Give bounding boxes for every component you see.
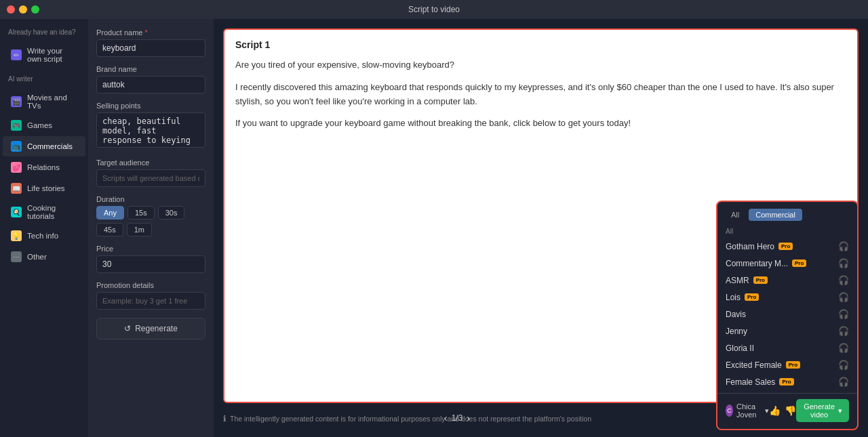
sidebar-item-tech-info[interactable]: 💡 Tech info <box>3 226 85 246</box>
thumbup-icon[interactable]: 👍 <box>769 405 781 416</box>
sidebar-item-other[interactable]: ⋯ Other <box>3 247 85 267</box>
script-para-2: I recently discovered this amazing keybo… <box>235 81 846 109</box>
prev-page-button[interactable]: ‹ <box>444 413 448 423</box>
voice-item-gotham-hero[interactable]: Gotham Hero Pro 🎧 <box>717 238 857 255</box>
movies-tvs-label: Movies and TVs <box>27 93 77 110</box>
voice-item-davis[interactable]: Davis 🎧 <box>717 306 857 322</box>
script-text[interactable]: Are you tired of your expensive, slow-mo… <box>235 58 846 131</box>
voice-name-gotham: Gotham Hero <box>726 242 774 251</box>
product-name-label: Product name * <box>96 28 205 37</box>
duration-any[interactable]: Any <box>96 206 124 220</box>
regen-label: Regenerate <box>135 324 178 333</box>
headphone-icon[interactable]: 🎧 <box>838 326 849 336</box>
maximize-button[interactable] <box>31 5 39 14</box>
form-panel: Product name * Brand name Selling points… <box>88 19 214 437</box>
script-para-3: If you want to upgrade your keyboard gam… <box>235 117 846 131</box>
tech-info-label: Tech info <box>27 232 58 240</box>
sidebar-item-write-own[interactable]: ✏ Write your own script <box>3 42 85 68</box>
cooking-label: Cooking tutorials <box>27 204 77 220</box>
price-label: Price <box>96 245 205 253</box>
duration-label: Duration <box>96 195 205 203</box>
window-title: Script to video <box>408 5 460 14</box>
pro-badge: Pro <box>778 243 793 250</box>
promotion-label: Promotion details <box>96 281 205 289</box>
next-page-button[interactable]: › <box>467 413 470 423</box>
titlebar: Script to video <box>0 0 868 19</box>
headphone-icon[interactable]: 🎧 <box>838 309 849 319</box>
selected-voice-label: Chica Joven <box>736 402 762 419</box>
page-current: 1/3 <box>452 413 463 423</box>
write-own-label: Write your own script <box>27 47 77 63</box>
duration-30s[interactable]: 30s <box>158 206 185 220</box>
voice-item-female-sales[interactable]: Female Sales Pro 🎧 <box>717 373 857 390</box>
duration-45s[interactable]: 45s <box>96 223 123 236</box>
price-input[interactable] <box>96 255 205 273</box>
movies-icon: 🎬 <box>11 96 22 107</box>
promotion-input[interactable] <box>96 292 205 310</box>
sidebar-item-cooking[interactable]: 🍳 Cooking tutorials <box>3 199 85 225</box>
other-icon: ⋯ <box>11 251 22 262</box>
pro-badge: Pro <box>786 361 800 369</box>
promotion-group: Promotion details <box>96 281 205 310</box>
regenerate-button[interactable]: ↺ Regenerate <box>96 318 205 339</box>
voice-name-davis: Davis <box>726 310 746 319</box>
price-group: Price <box>96 245 205 273</box>
selling-points-label: Selling points <box>96 102 205 110</box>
sidebar-item-games[interactable]: 🎮 Games <box>3 115 85 136</box>
sidebar-item-life-stories[interactable]: 📖 Life stories <box>3 178 85 199</box>
pagination: ‹ 1/3 › <box>444 413 470 423</box>
duration-15s[interactable]: 15s <box>127 206 155 220</box>
commercials-label: Commercials <box>27 142 73 150</box>
voice-item-commentary[interactable]: Commentary M... Pro 🎧 <box>717 255 857 272</box>
duration-group: Duration Any 15s 30s 45s 1m <box>96 195 205 236</box>
minimize-button[interactable] <box>19 5 27 14</box>
voice-item-lois[interactable]: Lois Pro 🎧 <box>717 289 857 306</box>
selling-points-input[interactable]: cheap, beautiful model, fast response to… <box>96 112 205 148</box>
target-audience-input[interactable] <box>96 169 205 187</box>
brand-name-input[interactable] <box>96 76 205 93</box>
sidebar-item-relations[interactable]: 💕 Relations <box>3 157 85 178</box>
script-para-1: Are you tired of your expensive, slow-mo… <box>235 58 846 72</box>
brand-name-group: Brand name <box>96 65 205 93</box>
voice-name-gloria: Gloria II <box>726 344 754 353</box>
headphone-icon[interactable]: 🎧 <box>838 360 849 370</box>
main-content: Script 1 Are you tired of your expensive… <box>214 19 868 437</box>
voice-name-lois: Lois <box>726 293 741 302</box>
voice-tab-all[interactable]: All <box>724 209 746 221</box>
voice-item-jenny[interactable]: Jenny 🎧 <box>717 322 857 339</box>
product-name-input[interactable] <box>96 39 205 57</box>
headphone-icon[interactable]: 🎧 <box>838 292 849 302</box>
headphone-icon[interactable]: 🎧 <box>838 343 849 353</box>
voice-item-asmr[interactable]: ASMR Pro 🎧 <box>717 272 857 289</box>
commercials-icon: 📺 <box>11 141 22 152</box>
thumbdown-icon[interactable]: 👎 <box>785 405 796 416</box>
voice-tab-commercial[interactable]: Commercial <box>749 209 802 221</box>
duration-1m[interactable]: 1m <box>127 223 152 236</box>
generate-video-button[interactable]: Generate video ▾ <box>796 399 849 422</box>
games-icon: 🎮 <box>11 120 22 131</box>
feedback-icons: 👍 👎 <box>769 405 796 416</box>
voice-selector[interactable]: C Chica Joven ▾ <box>726 402 769 419</box>
required-marker: * <box>144 28 147 37</box>
close-button[interactable] <box>7 5 15 14</box>
sidebar-item-commercials[interactable]: 📺 Commercials <box>3 136 85 157</box>
script-title: Script 1 <box>235 39 846 50</box>
life-stories-label: Life stories <box>27 184 65 192</box>
voice-section-label: All <box>717 226 857 238</box>
info-icon: ℹ <box>223 414 226 423</box>
headphone-icon[interactable]: 🎧 <box>838 275 849 285</box>
headphone-icon[interactable]: 🎧 <box>838 241 849 251</box>
chevron-down-icon: ▾ <box>838 407 842 415</box>
cooking-icon: 🍳 <box>11 207 22 217</box>
brand-name-label: Brand name <box>96 65 205 73</box>
games-label: Games <box>27 121 52 129</box>
pro-badge: Pro <box>792 259 806 267</box>
info-text-content: The intelligently generated content is f… <box>230 415 591 423</box>
voice-item-excited-female[interactable]: Excited Female Pro 🎧 <box>717 356 857 373</box>
headphone-icon[interactable]: 🎧 <box>838 377 849 387</box>
voice-name-excited-female: Excited Female <box>726 360 782 370</box>
voice-item-gloria[interactable]: Gloria II 🎧 <box>717 339 857 356</box>
headphone-icon[interactable]: 🎧 <box>838 258 849 268</box>
pencil-icon: ✏ <box>11 49 22 60</box>
sidebar-item-movies-tvs[interactable]: 🎬 Movies and TVs <box>3 89 85 115</box>
